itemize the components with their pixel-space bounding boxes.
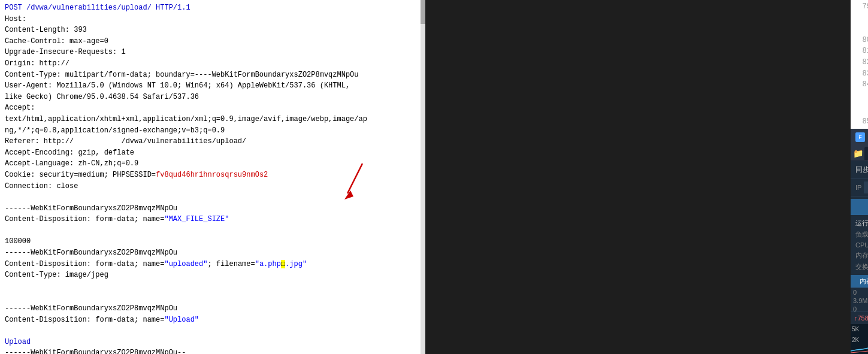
sys-info-button[interactable]: 系统信息 [851, 199, 868, 215]
editor-line-85: 85 </div> [853, 116, 868, 128]
load-label: 负载 [855, 230, 868, 239]
mem-label: 内存 [855, 251, 868, 260]
tab-memory[interactable]: 内存 [851, 275, 868, 288]
code-editor-panel: 79 <br /> <input name="uploaded" type="f… [851, 0, 868, 129]
mem-row: 内存 26% 473M/1.8G [851, 250, 868, 261]
request-blank-2 [2, 225, 423, 237]
request-line-6: Origin: http:// [2, 58, 423, 69]
request-line-12: ng,*/*;q=0.8,application/signed-exchange… [2, 125, 423, 137]
request-line-16: Connection: close [2, 181, 423, 192]
proc-row-2: 3.9M 0 systemd [851, 296, 868, 305]
network-graph: 5K 2K [851, 324, 868, 354]
request-line-3: Content-Length: 393 [2, 25, 423, 36]
svg-text:2K: 2K [852, 337, 860, 343]
load-row: 负载 0.02, 0.04, 0.05 [851, 229, 868, 240]
request-blank-5 [2, 325, 423, 337]
request-blank-1 [2, 192, 423, 203]
finalshell-titlebar: F FinalShell 3.9 [851, 129, 868, 146]
scrollbar[interactable] [421, 0, 425, 354]
request-boundary-3: ------WebKitFormBoundaryxsZO2P8mvqzMNpOu [2, 303, 423, 314]
fs-sidebar: 同步状态 IP 复制 系统信息 运行 32 天 负载 0.02, 0.04, 0… [851, 161, 868, 354]
editor-line-80: 80 <br /> [853, 35, 868, 46]
request-content-disp-1: Content-Disposition: form-data; name="MA… [2, 214, 423, 225]
request-line-10: Accept: [2, 102, 423, 114]
cpu-label: CPU [855, 241, 868, 249]
request-line-11: text/html,application/xhtml+xml,applicat… [2, 114, 423, 125]
proc-row-1: 0 0.3 khugep... [851, 288, 868, 296]
request-line-4: Cache-Control: max-age=0 [2, 36, 423, 47]
request-line-13: Referer: http:// /dvwa/vulnerabilities/u… [2, 136, 423, 147]
request-content-type: Content-Type: image/jpeg [2, 270, 423, 281]
runtime-value: 运行 32 天 [855, 219, 868, 228]
request-blank-3 [2, 281, 423, 292]
proc-row-3: 0 0 kthread... [851, 305, 868, 311]
net-upload: ↑758B [854, 314, 868, 322]
request-blank-4 [2, 292, 423, 303]
editor-line-br: <br /> [853, 23, 868, 35]
finalshell-panel: F FinalShell 3.9 📁 ✕ + 同步状态 [851, 129, 868, 354]
request-line-9: like Gecko) Chrome/95.0.4638.54 Safari/5… [2, 92, 423, 103]
request-boundary-2: ------WebKitFormBoundaryxsZO2P8mvqzMNpOu [2, 247, 423, 259]
request-line-8: User-Agent: Mozilla/5.0 (Windows NT 10.0… [2, 80, 423, 92]
request-content-disp-3: Content-Disposition: form-data; name="Up… [2, 314, 423, 326]
swap-label: 交换 [855, 262, 868, 271]
request-line-15: Accept-Language: zh-CN,zh;q=0.9 [2, 158, 423, 170]
network-row: ↑758B ↓378B eth0 ▼ [851, 311, 868, 324]
resource-tabs[interactable]: 内存 CPU 命令 [851, 275, 868, 288]
finalshell-body: 同步状态 IP 复制 系统信息 运行 32 天 负载 0.02, 0.04, 0… [851, 161, 868, 354]
editor-line-84: 84 <pre> [853, 79, 868, 90]
request-boundary-1: ------WebKitFormBoundaryxsZO2P8mvqzMNpOu [2, 203, 423, 214]
file-browser-icon[interactable]: 📁 [853, 149, 863, 158]
svg-text:5K: 5K [852, 326, 860, 332]
finalshell-tabbar[interactable]: 📁 ✕ + [851, 146, 868, 161]
request-upload-val: Upload [2, 337, 423, 348]
scroll-thumb[interactable] [421, 0, 425, 24]
request-content-disp-2: Content-Disposition: form-data; name="up… [2, 259, 423, 270]
editor-line-82: 82 [853, 57, 868, 68]
request-line-2: Host: [2, 14, 423, 25]
finalshell-icon: F [855, 132, 865, 142]
request-line-1: POST /dvwa/vulnerabilities/upload/ HTTP/… [2, 2, 423, 14]
cpu-row: CPU 2% [851, 240, 868, 250]
editor-line-81: 81 <input type="submit" name="Upload" va… [853, 46, 868, 57]
request-boundary-end: ------WebKitFormBoundaryxsZO2P8mvqzMNpOu… [2, 347, 423, 354]
http-request-panel: POST /dvwa/vulnerabilities/upload/ HTTP/… [0, 0, 425, 354]
editor-line-79: 79 <br /> [853, 1, 868, 13]
request-line-14: Accept-Encoding: gzip, deflate [2, 147, 423, 159]
ip-input[interactable] [864, 181, 868, 193]
sync-status-row: 同步状态 [851, 161, 868, 179]
request-filesize: 100000 [2, 236, 423, 247]
ip-label: IP [855, 184, 861, 191]
editor-line-79b: <input name="uploaded" type="file" /> [853, 13, 868, 24]
sync-label: 同步状态 [855, 165, 868, 175]
process-table: 0 0.3 khugep... 3.9M 0 systemd 0 0 kthre… [851, 288, 868, 311]
swap-row: 交换 0% 0/0 [851, 261, 868, 273]
editor-line-83: 83 </form> [853, 68, 868, 80]
ip-row[interactable]: IP 复制 [851, 179, 868, 196]
request-cookie-line: Cookie: security=medium; PHPSESSID=fv8qu… [2, 170, 423, 181]
session-tab[interactable]: ✕ [864, 147, 868, 160]
request-line-7: Content-Type: multipart/form-data; bound… [2, 69, 423, 81]
request-line-5: Upgrade-Insecure-Requests: 1 [2, 47, 423, 58]
runtime-row: 运行 32 天 [851, 217, 868, 229]
